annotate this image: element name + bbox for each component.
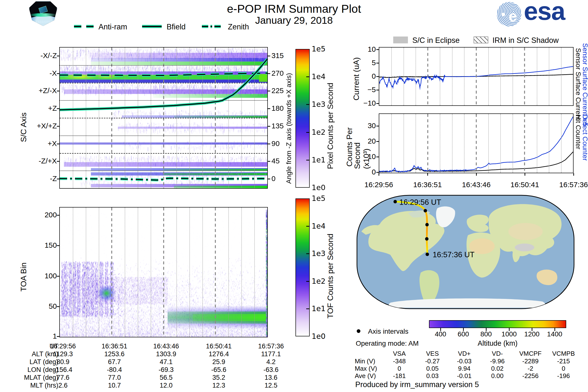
spect-angle-label: 135 [272,122,284,130]
voltage-row-label: Max (V) [355,365,377,372]
voltage-value: -215 [543,358,584,365]
right-time-label: 16:29:56 [357,180,401,189]
spect-band-label: +Z [10,104,57,112]
spect-angle-label: 90 [272,140,280,148]
axis-interval-dot [394,200,397,203]
sc-axis-spectrogram [59,47,268,189]
minor-gridline [537,114,537,173]
tof-colorbar-title: TOF Counts per Second [326,220,335,318]
voltage-value: -196 [543,372,584,380]
minor-gridline [549,114,549,173]
minor-gridline [500,114,501,173]
spect-angle-tick [268,108,270,109]
minor-gridline [228,208,229,337]
pixel-cbar-tick-mark [306,132,310,133]
tof-cbar-tick-mark [306,281,310,282]
spect-band-label: -X [10,69,57,78]
major-gridline [215,208,216,337]
eclipse-gray-swatch [393,36,408,43]
anti-ram-legend-label: Anti-ram [98,22,127,31]
ephemeris-value: 12.3 [193,382,244,389]
map-himalaya [515,244,534,251]
anti-ram-line-swatch [74,22,94,31]
minor-gridline [512,48,513,105]
pixel-cbar-tick-mark [306,104,310,105]
major-gridline [163,208,164,337]
minor-gridline [125,208,125,337]
spect-ytick [57,126,59,127]
toa-ytick-mark [57,336,59,337]
pixel-cbar-tick: 1e4 [312,72,326,81]
minor-gridline [440,48,440,105]
toa-ytick-label: 100 [30,272,57,280]
ephemeris-value: -156.4 [37,366,89,374]
tof-cbar-tick: 1e1 [312,304,326,313]
bfield-line [60,59,267,110]
counter-rates-plot [379,114,574,173]
tof-cbar-tick-mark [306,253,310,254]
spect-angle-label: 45 [272,157,280,165]
minor-gridline [391,48,392,105]
spect-ytick [57,108,59,109]
esa-globe-dot [501,13,505,16]
spect-angle-label: 315 [272,52,284,60]
map-central-asia-steppe [508,223,543,240]
spect-angle-label: 270 [272,69,284,78]
major-gridline [524,114,525,173]
ephemeris-value: 16:43:46 [140,342,192,350]
spect-angle-tick [268,126,270,127]
tof-counts-colorbar [296,198,310,336]
right-time-tick [524,173,525,176]
counts-ytick-label: 20 [350,137,376,145]
ephemeris-value: -65.6 [193,366,244,374]
toa-ytick-label: 50 [30,302,57,310]
pixel-cbar-tick-mark [306,76,310,77]
minor-gridline [404,48,404,105]
spect-angle-tick [268,144,270,144]
spect-ytick [57,144,59,144]
spect-ytick [57,161,59,162]
pixel-cbar-tick: 1e0 [312,183,326,192]
ephemeris-value: 16:36:51 [89,342,140,350]
current-ytick-mark [376,103,379,104]
ephemeris-value: 2.6 [37,382,89,389]
tof-cbar-tick: 1e5 [312,194,326,202]
major-gridline [111,208,112,337]
sensor-current-plot [379,47,574,106]
esa-wordmark: esa [524,0,565,26]
minor-gridline [440,114,440,173]
axis-interval-dot [426,252,429,256]
toa-ytick-mark [57,215,59,216]
cassiope-satellite-icon [38,6,48,14]
minor-gridline [488,48,489,105]
zenith-line-swatch [202,22,224,31]
ephemeris-value: 10.7 [89,382,140,389]
altitude-colorbar-title: Altitude (km) [461,339,534,348]
right-time-tick [476,173,477,176]
minor-gridline [404,114,404,173]
ephemeris-value: 12.0 [140,382,192,389]
ephemeris-value: 1303.9 [140,350,192,358]
shadow-legend-label: IRM in S/C Shadow [492,36,559,45]
eclipse-legend-label: S/C in Eclipse [412,36,460,45]
spect-band-label: +Z/-X [10,86,57,95]
ephemeris-value: 16:29:56 [37,342,89,350]
altitude-colorbar [429,320,566,328]
tof-cbar-tick-mark [306,226,310,226]
current-ytick-label: 0 [350,72,376,80]
right-time-label: 16:57:36 [552,180,588,189]
counts-right-label-blue: Detect Counter [581,115,588,161]
counts-ytick-mark [376,172,379,173]
minor-gridline [512,114,513,173]
pixel-counts-colorbar [296,49,310,188]
ephemeris-value: 77.6 [37,374,89,382]
spect-angle-tick [268,178,270,179]
bfield-line [60,59,267,110]
counts-ytick-label: 30 [350,122,376,130]
current-ytick-label: 5 [350,58,376,67]
tof-cbar-tick-mark [306,308,310,309]
toa-ytick-mark [57,276,59,276]
minor-gridline [549,48,549,105]
cassiope-earth-arc [22,16,66,38]
ephemeris-value: 1276.4 [193,350,244,358]
